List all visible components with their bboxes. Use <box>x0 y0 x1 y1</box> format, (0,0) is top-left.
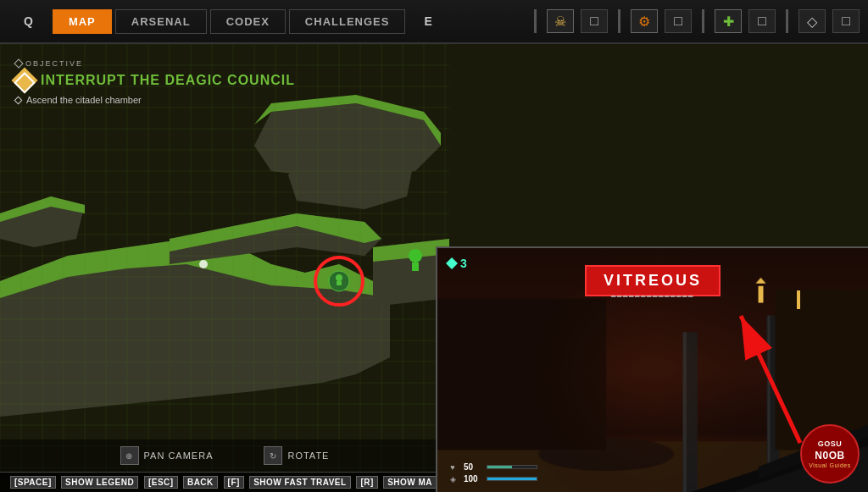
rotate-label: ROTATE <box>287 451 329 461</box>
gosu-text-line3: Visual Guides <box>809 462 851 468</box>
health-value: 50 <box>464 462 482 472</box>
tab-q[interactable]: Q <box>8 9 49 33</box>
health-bar-bg <box>487 465 537 469</box>
legend-label: SHOW LEGEND <box>61 476 138 489</box>
tab-map[interactable]: MAP <box>53 9 112 34</box>
hud-skull-icon: ☠ <box>547 9 574 33</box>
pan-icon: ⊕ <box>120 446 139 465</box>
shortcut-legend: [SPACE] SHOW LEGEND <box>10 478 141 487</box>
nav-tabs: Q MAP ARSENAL CODEX CHALLENGES E <box>8 9 531 34</box>
show-map-label: SHOW MA <box>383 476 437 489</box>
tab-challenges[interactable]: CHALLENGES <box>289 9 406 34</box>
key-esc: [ESC] <box>144 476 178 489</box>
health-bar-fill <box>487 466 512 468</box>
pan-label: PAN CAMERA <box>144 451 214 461</box>
camera-controls: ⊕ PAN CAMERA ↻ ROTATE <box>0 439 449 472</box>
separator4 <box>786 9 788 33</box>
bottom-controls: ⊕ PAN CAMERA ↻ ROTATE [SPACE] SHOW LEGEN… <box>0 439 449 492</box>
hud-ammo-icon: □ <box>832 9 860 33</box>
tab-e[interactable]: E <box>409 9 448 33</box>
hud-counter: 3 <box>446 257 467 270</box>
back-label: BACK <box>183 476 218 489</box>
shortcut-fast-travel: [F] SHOW FAST TRAVEL <box>224 478 353 487</box>
separator <box>534 9 537 33</box>
hud-tool-icon: ⚙ <box>631 9 658 33</box>
health-bars: ♥ 50 ◈ 100 <box>446 462 537 484</box>
hud-key-icon: □ <box>581 9 608 33</box>
objective-title: INTERRUPT THE DEAGIC COUNCIL <box>15 71 295 90</box>
health-row: ♥ 50 <box>446 462 537 472</box>
tab-codex[interactable]: CODEX <box>210 9 286 34</box>
arrow-svg <box>715 274 817 460</box>
hud-shield-icon: ◇ <box>798 9 826 33</box>
key-space: [SPACE] <box>10 476 56 489</box>
rotate-control: ↻ ROTATE <box>264 446 329 465</box>
fast-travel-label: SHOW FAST TRAVEL <box>249 476 350 489</box>
hud-cross-icon: ✚ <box>715 9 742 33</box>
gosu-text-line2: n0Ob <box>815 450 844 463</box>
health-icon: ♥ <box>446 463 459 472</box>
rotate-icon: ↻ <box>264 446 282 465</box>
gosu-noob-logo: GOSu n0Ob Visual Guides <box>800 424 860 484</box>
shortcut-bar: [SPACE] SHOW LEGEND [ESC] BACK [F] SHOW … <box>0 472 449 492</box>
armor-bar-fill <box>487 478 537 480</box>
armor-row: ◈ 100 <box>446 474 537 484</box>
key-f: [F] <box>224 476 244 489</box>
vitreous-subtitle: ━━━━━━━━━━━━━━ <box>611 292 694 301</box>
objective-box: OBJECTIVE INTERRUPT THE DEAGIC COUNCIL A… <box>15 59 295 105</box>
pan-camera-control: ⊕ PAN CAMERA <box>120 446 214 465</box>
sub-diamond-icon <box>14 96 23 104</box>
armor-icon: ◈ <box>446 475 459 484</box>
diamond-icon <box>14 58 23 68</box>
red-arrow <box>715 274 817 463</box>
armor-bar-bg <box>487 477 537 481</box>
hud-health-icon: □ <box>748 9 776 33</box>
gosu-text-line1: GOSu <box>818 439 843 450</box>
objective-label: OBJECTIVE <box>15 59 295 68</box>
inset-gameplay-view: VITREOUS ━━━━━━━━━━━━━━ 3 <box>436 246 868 492</box>
map-canvas <box>0 44 449 492</box>
tab-arsenal[interactable]: ARSENAL <box>115 9 207 34</box>
shortcut-show-map: [R] SHOW MA <box>356 478 439 487</box>
counter-value: 3 <box>460 257 467 270</box>
separator3 <box>702 9 704 33</box>
objective-icon <box>11 67 37 93</box>
objective-subtitle: Ascend the citadel chamber <box>15 95 295 105</box>
main-area: OBJECTIVE INTERRUPT THE DEAGIC COUNCIL A… <box>0 44 868 492</box>
separator2 <box>618 9 620 33</box>
svg-line-1 <box>741 316 800 443</box>
key-r: [R] <box>356 476 377 489</box>
top-nav-bar: Q MAP ARSENAL CODEX CHALLENGES E ☠ □ ⚙ □… <box>0 0 868 44</box>
gem-icon <box>446 257 458 269</box>
hud-icons: ☠ □ ⚙ □ ✚ □ ◇ □ <box>531 9 860 33</box>
hud-wrench-icon: □ <box>665 9 692 33</box>
armor-value: 100 <box>464 474 482 484</box>
shortcut-back: [ESC] BACK <box>144 478 220 487</box>
